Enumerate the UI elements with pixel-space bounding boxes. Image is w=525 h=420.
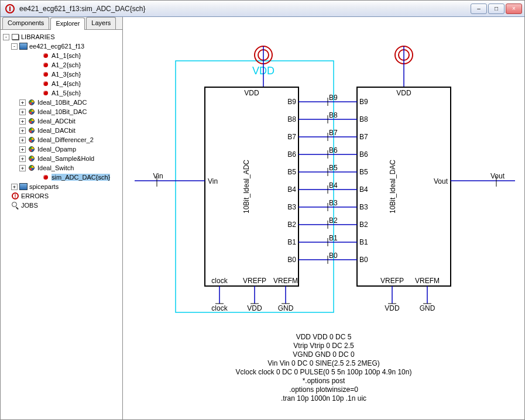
cell-icon [28, 108, 36, 116]
node-ideal-differencer-2[interactable]: +Ideal_Differencer_2 [2, 135, 121, 144]
tab-layers[interactable]: Layers [86, 17, 116, 29]
dac-b5: B5 [359, 168, 368, 176]
adc-b1: B1 [287, 238, 296, 246]
node-project[interactable]: - ee421_ecg621_f13 [2, 42, 121, 51]
node-ideal-adcbit[interactable]: +Ideal_ADCbit [2, 116, 121, 126]
adc-b7: B7 [287, 133, 296, 141]
adc-b9: B9 [287, 98, 296, 106]
dac-pin-vdd: VDD [396, 89, 411, 97]
dac-b1: B1 [359, 238, 368, 246]
minimize-button[interactable]: – [471, 4, 487, 14]
adc-label: 10Bit_Ideal_ADC [242, 160, 251, 214]
sch-red-icon [42, 51, 50, 60]
dac-b8: B8 [359, 115, 368, 123]
spice-line: Vclock clock 0 DC 0 PULSE(0 5 5n 100p 10… [123, 368, 524, 377]
node-ideal-dacbit[interactable]: +Ideal_DACbit [2, 126, 121, 135]
expander-icon[interactable]: + [19, 99, 26, 106]
project-icon [19, 183, 28, 191]
vin-label: Vin [153, 172, 163, 180]
adc-bottom-gnd: GND [278, 304, 294, 312]
expander-icon[interactable]: - [11, 43, 18, 50]
node-a1-1[interactable]: A1_1{sch} [2, 51, 121, 60]
node-ideal-sample-hold[interactable]: +Ideal_Sample&Hold [2, 154, 121, 163]
mid-b4: B4 [329, 181, 338, 190]
window-buttons: – □ × [471, 4, 522, 14]
dac-label: 10Bit_Ideal_DAC [389, 160, 397, 214]
cell-icon [28, 136, 36, 144]
adc-b2: B2 [287, 221, 296, 229]
adc-pin-clock: clock [211, 277, 228, 285]
dac-b2: B2 [359, 221, 368, 229]
dac-bottom-vdd: VDD [385, 304, 400, 312]
adc-pin-vrefm: VREFM [273, 277, 298, 285]
window-title: ee421_ecg621_f13:sim_ADC_DAC{sch} [17, 5, 471, 13]
mid-b6: B6 [329, 146, 338, 154]
tab-explorer[interactable]: Explorer [50, 18, 85, 30]
sidebar-tabs: Components Explorer Layers [1, 17, 122, 30]
expander-icon[interactable]: + [19, 165, 26, 171]
mid-b7: B7 [329, 129, 338, 137]
node-a1-3[interactable]: A1_3{sch} [2, 70, 121, 79]
cell-icon [28, 126, 36, 135]
error-icon [11, 192, 19, 200]
node-ideal-10bit-adc[interactable]: +Ideal_10Bit_ADC [2, 98, 121, 107]
adc-pin-vin: Vin [208, 177, 218, 185]
expander-icon[interactable]: + [11, 184, 18, 190]
sch-red-icon [42, 89, 50, 97]
expander-icon[interactable]: + [19, 118, 26, 125]
close-button[interactable]: × [506, 4, 522, 14]
node-jobs[interactable]: JOBS [2, 201, 121, 210]
dac-block [357, 87, 451, 286]
sidebar: Components Explorer Layers - LIBRARIES -… [1, 17, 123, 419]
tab-components[interactable]: Components [2, 17, 49, 29]
mid-b1: B1 [329, 234, 338, 242]
expander-icon[interactable]: + [19, 146, 26, 153]
expander-icon[interactable]: - [3, 34, 9, 40]
node-ideal-opamp[interactable]: +Ideal_Opamp [2, 144, 121, 154]
adc-b0: B0 [287, 256, 296, 264]
node-ideal-switch[interactable]: +Ideal_Switch [2, 163, 121, 173]
adc-b3: B3 [287, 203, 296, 211]
dac-b0: B0 [359, 256, 368, 264]
cell-icon [28, 164, 36, 172]
mid-b8: B8 [329, 111, 338, 119]
schematic-canvas[interactable]: VDD VDD 10Bit_Ideal_ADC [123, 17, 524, 419]
node-sim-adc-dac[interactable]: sim_ADC_DAC{sch} [2, 173, 121, 182]
titlebar[interactable]: ee421_ecg621_f13:sim_ADC_DAC{sch} – □ × [1, 1, 524, 17]
node-spiceparts[interactable]: +spiceparts [2, 182, 121, 191]
adc-b5: B5 [287, 168, 296, 176]
node-libraries[interactable]: - LIBRARIES [2, 32, 121, 42]
mid-b2: B2 [329, 216, 338, 225]
expander-icon[interactable]: + [19, 156, 26, 162]
cell-icon [28, 154, 36, 163]
cell-icon [28, 117, 36, 125]
node-a1-5[interactable]: A1_5{sch} [2, 88, 121, 98]
spice-line: *.options post [123, 377, 524, 385]
spice-text: VDD VDD 0 DC 5 Vtrip Vtrip 0 DC 2.5 VGND… [123, 333, 524, 403]
node-errors[interactable]: ERRORS [2, 191, 121, 201]
cell-icon [28, 145, 36, 153]
adc-block [205, 87, 298, 286]
sch-red-icon [42, 70, 50, 78]
spice-line: .options plotwinsize=0 [123, 385, 524, 394]
dac-b7: B7 [359, 133, 368, 141]
adc-b4: B4 [287, 185, 296, 194]
dac-pin-vout: Vout [434, 177, 448, 185]
spice-line: VDD VDD 0 DC 5 [123, 333, 524, 342]
spice-line: Vtrip Vtrip 0 DC 2.5 [123, 342, 524, 350]
expander-icon[interactable]: + [19, 128, 26, 134]
explorer-tree[interactable]: - LIBRARIES - ee421_ecg621_f13 A1_1{sch}… [1, 30, 122, 419]
node-a1-4[interactable]: A1_4{sch} [2, 79, 121, 88]
node-a1-2[interactable]: A1_2{sch} [2, 60, 121, 70]
mid-b5: B5 [329, 164, 338, 172]
node-ideal-10bit-dac[interactable]: +Ideal_10Bit_DAC [2, 107, 121, 116]
adc-pin-vdd: VDD [244, 89, 259, 97]
expander-icon[interactable]: + [19, 137, 26, 143]
dac-b6: B6 [359, 150, 368, 159]
expander-icon[interactable]: + [19, 109, 26, 115]
sch-red-icon [42, 173, 50, 181]
maximize-button[interactable]: □ [488, 4, 505, 14]
cell-icon [28, 98, 36, 106]
dac-b9: B9 [359, 98, 368, 106]
highlight-rect [176, 61, 334, 312]
